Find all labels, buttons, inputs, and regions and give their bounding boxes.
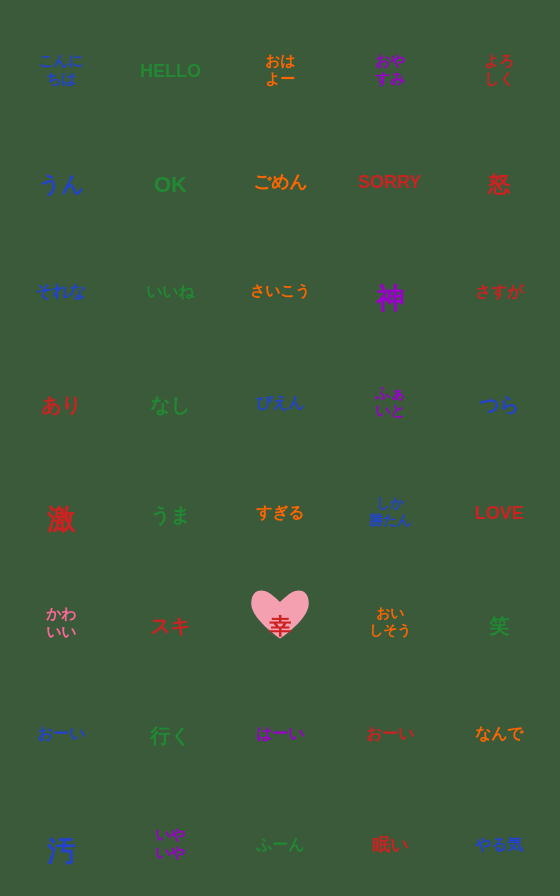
sticker-label-1: こんに ちは <box>38 34 83 88</box>
sticker-cell-11[interactable]: それな <box>8 229 114 336</box>
sticker-cell-33[interactable]: はーい <box>227 671 333 778</box>
sticker-cell-29[interactable]: おい しそう <box>337 561 443 668</box>
sticker-cell-9[interactable]: SORRY <box>337 119 443 226</box>
sticker-label-5: よろ しく <box>484 34 514 88</box>
sticker-label-33: はーい <box>256 705 304 743</box>
sticker-cell-30[interactable]: 笑 <box>446 561 552 668</box>
sticker-cell-6[interactable]: うん <box>8 119 114 226</box>
sticker-label-22: うま <box>150 479 190 527</box>
sticker-cell-17[interactable]: なし <box>118 340 224 447</box>
sticker-cell-15[interactable]: さすが <box>446 229 552 336</box>
sticker-cell-4[interactable]: おや すみ <box>337 8 443 115</box>
sticker-cell-13[interactable]: さいこう <box>227 229 333 336</box>
sticker-cell-10[interactable]: 怒 <box>446 119 552 226</box>
sticker-cell-31[interactable]: おーい <box>8 671 114 778</box>
sticker-label-19: ふぁ いと <box>375 366 405 420</box>
sticker-cell-21[interactable]: 激 <box>8 450 114 557</box>
sticker-label-40: やる気 <box>475 816 523 854</box>
sticker-label-30: 笑 <box>489 590 509 638</box>
sticker-label-18: ぴえん <box>256 374 304 412</box>
sticker-label-35: なんで <box>475 705 523 743</box>
sticker-cell-34[interactable]: おーい <box>337 671 443 778</box>
sticker-label-21: 激 <box>47 470 75 537</box>
sticker-label-23: すぎる <box>256 484 304 522</box>
sticker-label-36: 汚 <box>47 801 75 868</box>
sticker-label-7: OK <box>154 145 187 198</box>
sticker-label-13: さいこう <box>250 264 310 300</box>
sticker-label-17: なし <box>150 369 190 417</box>
sticker-cell-18[interactable]: ぴえん <box>227 340 333 447</box>
sticker-cell-28[interactable]: 幸 <box>227 561 333 668</box>
sticker-cell-23[interactable]: すぎる <box>227 450 333 557</box>
sticker-cell-14[interactable]: 神 <box>337 229 443 336</box>
sticker-label-27: スキ <box>150 590 190 638</box>
sticker-cell-38[interactable]: ふーん <box>227 782 333 889</box>
sticker-label-14: 神 <box>376 249 404 316</box>
sticker-label-32: 行く <box>150 700 190 748</box>
sticker-label-9: SORRY <box>358 150 421 193</box>
sticker-label-24: しか 勝たん <box>369 478 411 528</box>
sticker-cell-35[interactable]: なんで <box>446 671 552 778</box>
sticker-cell-12[interactable]: いいね <box>118 229 224 336</box>
sticker-cell-40[interactable]: やる気 <box>446 782 552 889</box>
sticker-label-2: HELLO <box>140 40 201 83</box>
sticker-cell-25[interactable]: LOVE <box>446 450 552 557</box>
sticker-cell-8[interactable]: ごめん <box>227 119 333 226</box>
sticker-label-10: 怒 <box>488 145 510 198</box>
sticker-cell-16[interactable]: あり <box>8 340 114 447</box>
sticker-cell-26[interactable]: かわ いい <box>8 561 114 668</box>
sticker-cell-2[interactable]: HELLO <box>118 8 224 115</box>
sticker-label-29: おい しそう <box>369 589 411 639</box>
sticker-label-8: ごめん <box>253 150 307 193</box>
sticker-label-15: さすが <box>475 263 523 301</box>
sticker-cell-7[interactable]: OK <box>118 119 224 226</box>
sticker-label-12: いいね <box>146 263 194 301</box>
sticker-cell-3[interactable]: おは よー <box>227 8 333 115</box>
sticker-label-39: 眠い <box>372 813 408 856</box>
sticker-label-20: つら <box>479 369 519 417</box>
sticker-cell-19[interactable]: ふぁ いと <box>337 340 443 447</box>
sticker-cell-32[interactable]: 行く <box>118 671 224 778</box>
sticker-label-3: おは よー <box>265 34 295 88</box>
sticker-label-38: ふーん <box>256 816 304 854</box>
sticker-cell-39[interactable]: 眠い <box>337 782 443 889</box>
sticker-cell-22[interactable]: うま <box>118 450 224 557</box>
sticker-label-4: おや すみ <box>375 34 405 88</box>
sticker-label-25: LOVE <box>475 482 524 525</box>
emoji-grid: こんに ちは HELLO おは よー おや すみ よろ しく うん OK ごめん… <box>0 0 560 896</box>
sticker-cell-24[interactable]: しか 勝たん <box>337 450 443 557</box>
sticker-label-31: おーい <box>37 705 85 743</box>
sticker-cell-27[interactable]: スキ <box>118 561 224 668</box>
sticker-cell-1[interactable]: こんに ちは <box>8 8 114 115</box>
sticker-label-6: うん <box>38 145 84 198</box>
sticker-label-11: それな <box>35 262 86 303</box>
sticker-cell-36[interactable]: 汚 <box>8 782 114 889</box>
sticker-cell-37[interactable]: いや いや <box>118 782 224 889</box>
sticker-label-26: かわ いい <box>46 587 76 641</box>
sticker-label-16: あり <box>41 369 81 417</box>
sticker-label-37: いや いや <box>155 808 185 862</box>
sticker-label-28: 幸 <box>269 587 291 640</box>
sticker-cell-20[interactable]: つら <box>446 340 552 447</box>
sticker-cell-5[interactable]: よろ しく <box>446 8 552 115</box>
sticker-label-34: おーい <box>366 705 414 743</box>
